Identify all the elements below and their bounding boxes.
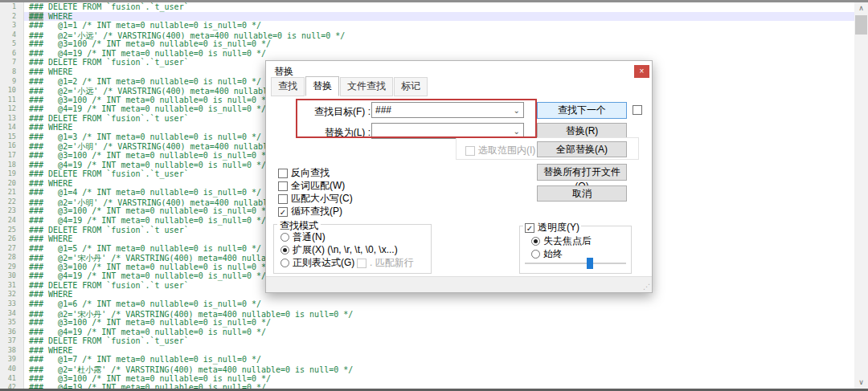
code-text[interactable]: ### @1=7 /* INT meta=0 nullable=0 is_nul… <box>24 355 854 365</box>
tab-替换[interactable]: 替换 <box>305 76 339 96</box>
radio-option[interactable]: 失去焦点后 <box>531 234 592 248</box>
code-text[interactable]: ### @2='小远' /* VARSTRING(400) meta=400 n… <box>24 31 854 40</box>
radio-label: 扩展(X) (\n, \r, \t, \0, \x...) <box>293 243 398 257</box>
scrollbar-thumb[interactable] <box>855 15 867 35</box>
line-number: 25 <box>0 226 24 235</box>
replace-all-open-files-button[interactable]: 替换所有打开文件(O) <box>537 164 627 181</box>
line-number: 3 <box>0 21 24 31</box>
code-line: 41### @3=100 /* INT meta=0 nullable=0 is… <box>0 374 854 384</box>
checkbox-box[interactable] <box>278 194 288 204</box>
find-target-combobox[interactable]: ### ⌄ <box>371 102 524 118</box>
radio-label: 正则表达式(G) <box>293 256 354 270</box>
slider-thumb[interactable] <box>587 258 593 269</box>
radio-option[interactable]: 扩展(X) (\n, \r, \t, \0, \x...) <box>280 243 398 257</box>
option-checkbox[interactable]: 反向查找 <box>278 166 330 180</box>
code-line: 39### @1=7 /* INT meta=0 nullable=0 is_n… <box>0 355 854 365</box>
radio-dot[interactable] <box>531 250 540 259</box>
checkbox-label: 反向查找 <box>291 166 330 180</box>
radio-dot[interactable] <box>280 259 289 267</box>
code-text[interactable]: ### @3=100 /* INT meta=0 nullable=0 is_n… <box>24 374 854 384</box>
close-icon[interactable]: × <box>634 65 649 78</box>
in-selection-checkbox[interactable]: 选取范围内(I) <box>465 144 535 157</box>
code-text[interactable]: ### @2='宋小丹' /* VARSTRING(400) meta=400 … <box>24 309 854 319</box>
scroll-up-icon[interactable]: ∧ <box>854 2 868 14</box>
code-text[interactable]: ### @1=1 /* INT meta=0 nullable=0 is_nul… <box>24 21 854 31</box>
radio-label: 失去焦点后 <box>543 234 592 248</box>
checkbox-box <box>357 259 366 268</box>
code-line: 38### WHERE <box>0 346 854 356</box>
line-number: 27 <box>0 244 24 254</box>
selected-match: ### <box>29 12 43 21</box>
option-checkbox[interactable]: 全词匹配(W) <box>278 179 345 193</box>
option-checkbox[interactable]: 匹配大小写(C) <box>278 192 353 206</box>
code-line: 42### @4=19 /* INT meta=0 nullable=0 is_… <box>0 383 854 389</box>
code-text[interactable]: ### DELETE FROM `fusion`.`t_user` <box>24 2 854 12</box>
replace-with-combobox[interactable]: ⌄ <box>371 123 524 139</box>
line-number: 30 <box>0 271 24 281</box>
code-text[interactable]: ### @4=19 /* INT meta=0 nullable=0 is_nu… <box>24 383 854 389</box>
code-text[interactable]: ### @4=19 /* INT meta=0 nullable=0 is_nu… <box>24 49 854 59</box>
radio-option[interactable]: 始终 <box>531 247 563 261</box>
screenshot-root: 1### DELETE FROM `fusion`.`t_user`2### W… <box>0 0 868 391</box>
radio-option[interactable]: 普通(N) <box>280 230 326 244</box>
tab-标记[interactable]: 标记 <box>394 77 428 96</box>
replace-all-button[interactable]: 全部替换(A) <box>537 141 627 157</box>
radio-dot[interactable] <box>531 237 540 246</box>
transparency-checkbox[interactable]: 透明度(Y) <box>523 221 581 234</box>
code-line: 1### DELETE FROM `fusion`.`t_user` <box>0 2 854 12</box>
radio-dot[interactable] <box>280 246 289 255</box>
code-line: 33### @1=6 /* INT meta=0 nullable=0 is_n… <box>0 299 854 309</box>
chevron-down-icon[interactable]: ⌄ <box>514 104 520 118</box>
radio-option[interactable]: 正则表达式(G) <box>280 256 354 270</box>
line-number: 10 <box>0 86 24 96</box>
find-target-value: ### <box>375 104 391 116</box>
code-text[interactable]: ### @3=100 /* INT meta=0 nullable=0 is_n… <box>24 39 854 49</box>
checkbox-box[interactable] <box>633 105 642 115</box>
line-number: 8 <box>0 67 24 77</box>
code-text[interactable]: ### WHERE <box>24 12 854 22</box>
replace-button[interactable]: 替换(R) <box>537 123 627 139</box>
checkbox-box[interactable] <box>278 207 288 217</box>
line-number: 15 <box>0 132 24 142</box>
line-number: 16 <box>0 141 24 151</box>
vertical-scrollbar[interactable]: ∧ ∨ <box>854 2 868 389</box>
line-number: 29 <box>0 263 24 272</box>
line-number: 12 <box>0 104 24 114</box>
radio-label: 始终 <box>543 247 563 261</box>
code-line: 3### @1=1 /* INT meta=0 nullable=0 is_nu… <box>0 21 854 31</box>
code-text[interactable]: ### WHERE <box>24 346 854 356</box>
code-text[interactable]: ### @3=100 /* INT meta=0 nullable=0 is_n… <box>24 318 854 328</box>
tab-文件查找[interactable]: 文件查找 <box>340 77 393 96</box>
code-line: 36### @4=19 /* INT meta=0 nullable=0 is_… <box>0 328 854 337</box>
transparency-label: 透明度(Y) <box>538 221 579 234</box>
radio-dot[interactable] <box>280 233 289 242</box>
checkbox-box[interactable] <box>278 181 288 191</box>
transparency-slider[interactable] <box>525 263 626 264</box>
code-line: 37### DELETE FROM `fusion`.`t_user` <box>0 336 854 346</box>
dialog-status-strip: ⋰ <box>266 276 652 292</box>
code-text[interactable]: ### DELETE FROM `fusion`.`t_user` <box>24 336 854 346</box>
code-text[interactable]: ### @1=6 /* INT meta=0 nullable=0 is_nul… <box>24 299 854 309</box>
line-number: 31 <box>0 281 24 291</box>
line-number: 33 <box>0 299 24 309</box>
option-checkbox[interactable]: 循环查找(P) <box>278 205 342 218</box>
line-number: 28 <box>0 253 24 263</box>
checkbox-box[interactable] <box>525 223 534 233</box>
resize-grip[interactable]: ⋰ <box>643 283 650 291</box>
line-number: 7 <box>0 58 24 67</box>
find-next-side-checkbox[interactable] <box>633 105 645 115</box>
code-line: 6### @4=19 /* INT meta=0 nullable=0 is_n… <box>0 49 854 59</box>
line-number: 18 <box>0 161 24 170</box>
code-text[interactable]: ### @4=19 /* INT meta=0 nullable=0 is_nu… <box>24 328 854 337</box>
line-number: 17 <box>0 151 24 161</box>
cancel-button[interactable]: 取消 <box>537 185 627 202</box>
checkbox-label: 循环查找(P) <box>291 205 342 218</box>
code-text[interactable]: ### @2='杜小露' /* VARSTRING(400) meta=400 … <box>24 365 854 374</box>
code-line: 34### @2='宋小丹' /* VARSTRING(400) meta=40… <box>0 309 854 319</box>
scroll-down-icon[interactable]: ∨ <box>854 377 868 389</box>
code-line: 4### @2='小远' /* VARSTRING(400) meta=400 … <box>0 31 854 40</box>
checkbox-box[interactable] <box>278 169 288 178</box>
find-next-button[interactable]: 查找下一个 <box>537 102 627 119</box>
tab-查找[interactable]: 查找 <box>271 77 305 96</box>
dot-matches-newline-checkbox[interactable]: . 匹配新行 <box>357 256 414 270</box>
